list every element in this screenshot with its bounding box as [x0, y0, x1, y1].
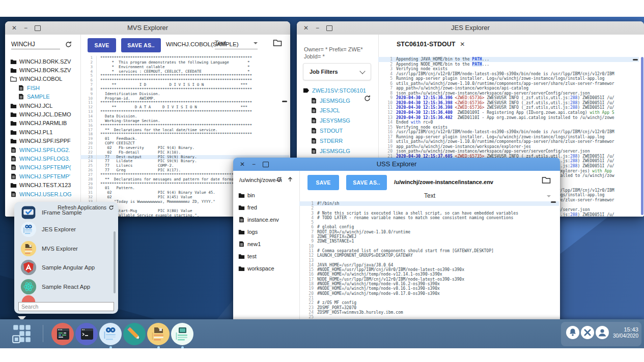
folder-open-icon	[10, 76, 17, 82]
launcher-item-mvs-explorer[interactable]: MVS Explorer	[14, 240, 118, 257]
shell-script-editor[interactable]: 1#!/bin/sh23# Note this script is execut…	[299, 200, 559, 321]
line-content: # TODO LATER - rename variable names to …	[317, 216, 513, 220]
taskbar-app-uss-explorer-icon[interactable]	[171, 322, 194, 346]
tree-item[interactable]: new1	[233, 238, 299, 250]
mvs-titlebar[interactable]: ✕ − MVS Explorer	[5, 21, 290, 35]
code-line: 14JAVA_HOME=/usr/lpp/java/J8.0_64	[299, 263, 559, 267]
file-icon	[10, 147, 17, 153]
syntax-mode-select[interactable]: Text	[215, 40, 258, 49]
tree-item[interactable]: STDOUT	[298, 126, 378, 136]
taskbar-app-terminal-red-icon[interactable]	[51, 322, 74, 346]
taskbar-app-terminal-indigo-icon[interactable]	[75, 322, 98, 346]
tree-item[interactable]: bin	[233, 189, 299, 201]
code-line: 6# global config	[299, 225, 559, 229]
launcher-item-sample-angular-app[interactable]: Sample Angular App	[14, 259, 118, 276]
jes-titlebar[interactable]: ✕ − JES Explorer	[297, 21, 644, 35]
mvs-dataset-tree: WINCHJ.BORK.SZVWINCHJ.BORK.SZVWINCHJ.COB…	[5, 57, 80, 198]
dataset-search-input[interactable]	[11, 40, 60, 49]
app-search-input[interactable]	[18, 302, 114, 311]
tree-item[interactable]: WINCHJ.JCL.DEMO	[5, 110, 80, 118]
scrollbar-thumb[interactable]	[282, 101, 287, 102]
tree-item[interactable]: test	[233, 250, 299, 262]
scrollbar-thumb[interactable]	[114, 231, 116, 293]
scrollbar-thumb[interactable]	[633, 59, 638, 61]
line-number: 20	[378, 149, 396, 154]
line-content: JAVA_HOME=/usr/lpp/java/J8.0_64	[317, 263, 393, 267]
tree-item[interactable]: JESJCL	[298, 106, 378, 116]
line-number: 17	[378, 135, 396, 140]
tree-item[interactable]: ZWEJ1SV:STC06101	[298, 85, 378, 96]
refresh-icon[interactable]	[276, 176, 282, 183]
taskbar-app-editor-pencil-icon[interactable]	[123, 322, 146, 346]
job-filters-dropdown[interactable]: Job Filters	[303, 63, 371, 80]
tree-item-label: ZWEJ1SV:STC06101	[312, 87, 366, 94]
refresh-icon[interactable]	[363, 95, 371, 102]
job-icon	[303, 87, 310, 94]
tree-item[interactable]: WINCHJ.BORK.SZV	[5, 57, 80, 66]
open-folder-icon[interactable]	[273, 39, 282, 47]
line-number: 1	[378, 57, 396, 62]
tree-item[interactable]: STDERR	[298, 136, 378, 146]
tree-item[interactable]: JESMSGLG	[298, 146, 378, 156]
launcher-item-sample-react-app[interactable]: Sample React App	[14, 278, 118, 295]
tree-item[interactable]: FISH	[5, 83, 80, 92]
line-number: 2	[299, 206, 317, 210]
line-content: Verifying node exists	[396, 67, 447, 72]
scrollbar-thumb[interactable]	[551, 201, 556, 203]
tree-item[interactable]: WINCHJ.SPFTEMP'	[5, 172, 80, 180]
file-icon	[311, 148, 317, 154]
line-content: # Note this script is executed like a sh…	[317, 211, 518, 216]
tree-item[interactable]: instance.env	[233, 214, 299, 226]
line-number: 12	[299, 253, 317, 258]
uss-titlebar[interactable]: ✕ − USS Explorer	[233, 158, 560, 171]
line-number: 14	[299, 263, 317, 267]
scrollbar-track[interactable]	[641, 57, 643, 215]
line-content: NODE_HOME=/usr/lpp/IBM/cnj/v12r0/IBM/nod…	[317, 277, 464, 282]
tree-item[interactable]: WINCHJ.SPFLOG2.	[5, 145, 80, 154]
tree-item[interactable]: workspace	[233, 262, 299, 275]
line-number: 23	[299, 306, 317, 310]
tree-item[interactable]: WINCHJ.JCL	[5, 101, 80, 110]
syntax-mode-select[interactable]: Text	[299, 192, 560, 199]
tree-item[interactable]: WINCHJ.SPF.ISPPF	[5, 137, 80, 145]
launcher-item-jes-explorer[interactable]: JES Explorer	[14, 221, 118, 238]
job-filter-summary: Owner= * Prefix= ZWE* JobId= *	[304, 46, 369, 60]
tree-item[interactable]: WINCHJ.SPFTEMP(	[5, 163, 80, 172]
launcher-item-iframe-sample[interactable]: IFrame Sample	[14, 204, 118, 221]
tree-item[interactable]: WINCHJ.COBOL	[5, 75, 80, 83]
save-button[interactable]: SAVE	[307, 175, 339, 190]
tree-item[interactable]: fred	[233, 201, 299, 214]
line-number: 14	[378, 120, 396, 125]
tree-item[interactable]: SAMPLE	[5, 93, 80, 101]
tree-item[interactable]: logs	[233, 226, 299, 238]
tree-item[interactable]: WINCHJ.BORK.SZV	[5, 66, 80, 74]
taskbar-app-jes-explorer-icon[interactable]	[99, 322, 122, 346]
save-as-button[interactable]: SAVE AS..	[346, 175, 387, 190]
save-as-button[interactable]: SAVE AS..	[121, 38, 161, 52]
up-directory-icon[interactable]	[287, 176, 293, 183]
app-launcher-button[interactable]	[11, 323, 33, 344]
code-line: 20json_path=/u/winchj/zowe-instance/work…	[378, 149, 639, 154]
save-button[interactable]: SAVE	[88, 38, 116, 52]
code-line: 10	[299, 244, 559, 249]
close-tab-icon[interactable]: ✕	[460, 41, 465, 48]
tree-item[interactable]: WINCHJ.TEST.X123	[5, 180, 80, 189]
tree-item[interactable]: WINCHJ.PL1	[5, 128, 80, 136]
folder-icon	[10, 58, 17, 65]
settings-tools-icon[interactable]	[581, 326, 594, 339]
tree-item[interactable]: WINCHJ.PARMLIB	[5, 119, 80, 128]
spool-tab[interactable]: STC06101-STDOUT ✕	[397, 41, 465, 48]
code-line: 4/usr/lpp/IBM/cnj/v12r0/IBM/node-latest-…	[378, 72, 639, 77]
tree-item[interactable]: WINCHJ.USER.LOG	[5, 190, 80, 198]
open-folder-icon[interactable]	[542, 176, 551, 184]
tree-item-label: WINCHJ.SPFLOG3.	[19, 156, 70, 162]
tree-item[interactable]: WINCHJ.SPFLOG3.	[5, 154, 80, 163]
refresh-icon[interactable]	[65, 41, 72, 48]
taskbar-app-mvs-explorer-icon[interactable]	[147, 322, 170, 346]
code-line: 18utils_path=/u/winchj/zowe-1.10.0/runti…	[378, 139, 639, 144]
line-content: #NODE_HOME=/u/winchj/temp/node-v8.16.1-o…	[317, 286, 440, 291]
notifications-bell-icon[interactable]	[566, 326, 579, 339]
tree-item[interactable]: JESYSMSG	[298, 115, 378, 126]
line-content: 2020-04-30 12:15:36.402 ZWED0110I - App …	[396, 115, 614, 120]
code-line: 11# Comma separated list of components s…	[299, 249, 559, 253]
